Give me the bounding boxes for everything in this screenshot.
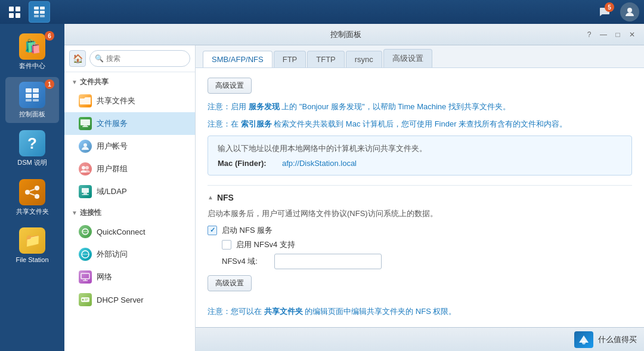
svg-point-21 (83, 143, 87, 147)
domain-icon (80, 187, 90, 196)
control-panel-icon (33, 6, 45, 18)
svg-point-13 (25, 190, 30, 195)
svg-rect-11 (26, 99, 32, 101)
nav-item-shared-folder[interactable]: 共享文件夹 (64, 90, 195, 112)
svg-rect-26 (82, 194, 89, 195)
nfsv4-domain-row: NFSv4 域: (222, 254, 632, 269)
enable-nfs-checkbox[interactable] (208, 226, 217, 235)
nav-section-file-share: ▼ 文件共享 (64, 72, 195, 90)
nfs-section-title: NFS (217, 193, 234, 202)
tab-tftp[interactable]: TFTP (307, 51, 345, 67)
taskbar-left (5, 1, 50, 23)
folder-icon (80, 97, 91, 105)
nfs-advanced-settings-button[interactable]: 高级设置 (208, 275, 252, 291)
notification-button[interactable]: 5 (595, 2, 614, 21)
control-panel-taskbar-btn[interactable] (29, 1, 50, 23)
file-station-label: File Station (16, 256, 48, 264)
sidebar-item-dsm-help[interactable]: ? DSM 说明 (5, 125, 59, 171)
svg-rect-10 (33, 94, 39, 98)
help-button[interactable]: ? (584, 30, 594, 39)
package-center-label: 套件中心 (19, 62, 45, 70)
advanced-settings-button[interactable]: 高级设置 (208, 78, 252, 94)
nav-item-user-account[interactable]: 用户帐号 (64, 135, 195, 158)
tab-smb-afp-nfs[interactable]: SMB/AFP/NFS (203, 51, 273, 67)
sidebar-item-package-center[interactable]: 🛍️ 套件中心 6 (5, 29, 59, 75)
section-divider-nfs (208, 185, 632, 186)
home-button[interactable]: 🏠 (69, 50, 86, 67)
search-box: 🔍 (89, 50, 190, 67)
nav-item-user-group[interactable]: 用户群组 (64, 158, 195, 180)
info-box-text: 输入以下地址以使用本地网络中的计算机来访问共享文件夹。 (218, 143, 622, 154)
maximize-button[interactable]: □ (613, 30, 623, 39)
control-panel-badge: 1 (45, 79, 54, 89)
tabs-bar: SMB/AFP/NFS FTP TFTP rsync 高级设置 (196, 45, 644, 68)
nav-section-label-file-share: 文件共享 (80, 77, 109, 87)
svg-rect-20 (83, 125, 87, 127)
tab-rsync[interactable]: rsync (346, 51, 382, 67)
svg-point-23 (85, 166, 89, 170)
nfs-section-chevron-icon: ▲ (208, 194, 213, 201)
share-folder-icon (19, 179, 45, 205)
nfs-section-header: ▲ NFS (208, 193, 632, 202)
share-folder-label: 共享文件夹 (16, 208, 49, 215)
sidebar-item-share-folder[interactable]: 共享文件夹 (5, 174, 59, 220)
info-mac-label: Mac (Finder): (218, 159, 277, 168)
enable-nfs-label: 启动 NFS 服务 (222, 225, 273, 236)
dsm-help-label: DSM 说明 (17, 159, 47, 167)
panel-title: 控制面板 (107, 29, 584, 40)
user-icon (81, 142, 89, 150)
svg-rect-4 (34, 15, 39, 17)
notice-index-service: 注意：在 索引服务 检索文件夹共装载到 Mac 计算机后，您可使用 Finder… (208, 118, 632, 131)
control-panel-window: 控制面板 ? — □ ✕ 🏠 🔍 (64, 24, 644, 351)
panel-header: 控制面板 ? — □ ✕ (64, 24, 644, 45)
minimize-button[interactable]: — (599, 30, 608, 39)
connectivity-chevron-icon: ▼ (72, 210, 78, 216)
notification-badge: 5 (605, 2, 614, 12)
tab-ftp[interactable]: FTP (274, 51, 306, 67)
nfsv4-domain-input[interactable] (274, 254, 382, 269)
apps-menu-button[interactable] (5, 2, 24, 21)
svg-point-6 (627, 8, 632, 13)
nav-item-dhcp-server[interactable]: DHCP Server (64, 288, 195, 311)
content-scroll[interactable]: 高级设置 注意：启用 服务发现 上的 "Bonjour 服务发现"，以帮助 Ti… (196, 68, 644, 327)
svg-rect-7 (26, 88, 32, 93)
enable-nfsv4-checkbox[interactable] (222, 240, 231, 250)
enable-nfsv4-row: 启用 NFSv4 支持 (222, 239, 632, 250)
logo-icon (574, 331, 593, 348)
nav-item-user-account-label: 用户帐号 (97, 141, 128, 152)
chevron-down-icon: ▼ (72, 79, 78, 85)
nav-item-shared-folder-label: 共享文件夹 (97, 96, 135, 106)
tab-advanced-settings[interactable]: 高级设置 (383, 49, 432, 67)
logo-svg (578, 334, 590, 345)
close-button[interactable]: ✕ (627, 30, 637, 39)
nav-section-label-connectivity: 连接性 (80, 208, 101, 218)
svg-point-36 (582, 341, 586, 344)
domain-ldap-nav-icon (79, 185, 92, 198)
sidebar-item-file-station[interactable]: 📁 File Station (5, 223, 59, 269)
notice-nfs-permissions: 注意：您可以在 共享文件夹 的编辑页面中编辑共享文件夹的 NFS 权限。 (208, 306, 632, 318)
panel-body: 🏠 🔍 ▼ 文件共享 (64, 45, 644, 351)
nav-item-network[interactable]: 网络 (64, 266, 195, 288)
sidebar-item-control-panel[interactable]: 控制面板 1 (5, 77, 59, 123)
package-center-icon: 🛍️ (19, 33, 45, 60)
user-menu-button[interactable] (620, 2, 639, 21)
bottom-bar: 什么值得买 (196, 327, 644, 351)
search-input[interactable] (106, 54, 185, 63)
notice-bonjour: 注意：启用 服务发现 上的 "Bonjour 服务发现"，以帮助 Time Ma… (208, 101, 632, 113)
taskbar: 5 (0, 0, 644, 24)
main-area: 🛍️ 套件中心 6 控制面板 1 ? DSM 说明 (0, 24, 644, 351)
svg-rect-35 (85, 300, 87, 301)
package-center-badge: 6 (45, 31, 54, 41)
svg-line-17 (30, 193, 35, 195)
nav-item-domain-ldap[interactable]: 域/LDAP (64, 180, 195, 203)
nav-item-domain-ldap-label: 域/LDAP (97, 186, 127, 197)
sidebar-icons: 🛍️ 套件中心 6 控制面板 1 ? DSM 说明 (0, 24, 64, 351)
control-panel-svg (24, 87, 40, 103)
network-icon (80, 273, 90, 281)
control-panel-sidebar-label: 控制面板 (19, 110, 45, 118)
external-access-icon (80, 250, 90, 258)
nav-item-external-access[interactable]: 外部访问 (64, 243, 195, 266)
nav-item-quickconnect[interactable]: QuickConnect (64, 220, 195, 243)
nav-item-file-service[interactable]: 文件服务 (64, 112, 195, 135)
svg-rect-9 (26, 94, 32, 98)
